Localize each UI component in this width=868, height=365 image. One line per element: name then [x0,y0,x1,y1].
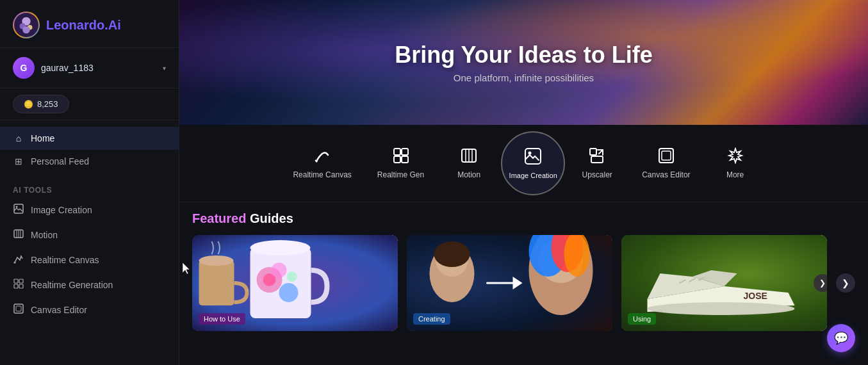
tab-upscaler[interactable]: Upscaler [565,142,629,184]
svg-text:JOSE: JOSE [744,291,767,301]
image-creation-icon [13,204,24,216]
guide-card-1-tag: How to Use [199,313,245,325]
image-creation-label: Image Creation [31,205,92,215]
guide-card-2[interactable]: Creating [407,235,612,331]
image-creation-tab-label: Image Creation [509,172,557,179]
svg-point-39 [279,283,299,302]
svg-rect-15 [19,284,23,288]
main-content: Bring Your Ideas to Life One platform, i… [179,0,868,365]
guide-card-3-tag: Using [628,313,656,325]
svg-rect-18 [394,149,400,155]
featured-section: Featured Guides [179,202,868,340]
user-initial: G [20,63,28,73]
home-label: Home [31,133,54,143]
svg-point-41 [287,272,297,282]
motion-tab-label: Motion [457,170,480,179]
home-icon: ⌂ [13,133,24,143]
realtime-canvas-tab-label: Realtime Canvas [293,170,351,179]
svg-rect-33 [199,261,234,305]
realtime-gen-icon [13,279,24,291]
canvas-editor-tab-label: Canvas Editor [642,170,690,179]
tokens-value: 8,253 [37,99,58,109]
svg-rect-19 [402,149,408,155]
sidebar-item-realtime-generation[interactable]: Realtime Generation [0,272,179,297]
svg-point-52 [648,302,795,315]
username-label: gaurav_1183 [41,63,156,73]
realtime-gen-tab-icon [393,147,409,168]
svg-rect-28 [590,149,596,155]
canvas-editor-label: Canvas Editor [31,305,87,315]
more-tab-icon [727,147,744,168]
svg-point-36 [250,240,311,256]
upscaler-tab-label: Upscaler [582,170,612,179]
sidebar-item-image-creation[interactable]: Image Creation [0,197,179,222]
svg-point-34 [199,256,234,266]
user-avatar: G [13,57,35,79]
svg-rect-17 [16,306,21,311]
guides-grid: How to Use [192,235,855,331]
svg-rect-5 [14,204,23,213]
realtime-canvas-icon [13,254,24,266]
support-button[interactable]: 💬 [827,324,855,352]
svg-rect-14 [14,284,18,288]
tab-canvas-editor[interactable]: Canvas Editor [629,142,703,184]
tokens-area: 🪙 8,253 [0,88,179,120]
svg-rect-16 [14,304,23,313]
personal-feed-icon: ⊞ [13,156,24,166]
tab-motion[interactable]: Motion [437,142,501,184]
svg-rect-20 [394,156,400,163]
svg-point-45 [434,241,470,267]
sidebar-item-canvas-editor[interactable]: Canvas Editor [0,297,179,322]
motion-label: Motion [31,230,58,240]
hero-banner: Bring Your Ideas to Life One platform, i… [179,0,868,125]
svg-point-6 [16,206,18,208]
upscaler-tab-icon [589,147,605,168]
motion-icon [13,229,24,241]
tab-more[interactable]: More [703,142,767,184]
sidebar-item-personal-feed[interactable]: ⊞ Personal Feed [0,150,179,173]
sidebar-item-home[interactable]: ⌂ Home [0,127,179,150]
logo-suffix: .Ai [104,18,121,32]
tokens-badge[interactable]: 🪙 8,253 [13,95,69,113]
sidebar-item-motion[interactable]: Motion [0,222,179,247]
logo-text: Leonardo.Ai [46,18,121,33]
ai-tools-heading: AI Tools [0,179,179,197]
guides-next-arrow[interactable]: ❯ [836,235,855,331]
more-tab-label: More [726,170,744,179]
featured-title-pink: Featured [192,211,246,225]
personal-feed-label: Personal Feed [31,156,89,166]
logo-area: Leonardo.Ai [0,0,179,48]
svg-rect-13 [19,279,23,283]
guide-card-1[interactable]: How to Use [192,235,398,331]
motion-tab-icon [461,147,477,168]
hero-title: Bring Your Ideas to Life [395,42,653,69]
tab-realtime-gen[interactable]: Realtime Gen [364,142,437,184]
realtime-canvas-label: Realtime Canvas [31,255,99,265]
svg-rect-12 [14,279,18,283]
logo-name: Leonardo [46,18,104,32]
user-area[interactable]: G gaurav_1183 ▾ [0,48,179,88]
nav-section: ⌂ Home ⊞ Personal Feed [0,120,179,179]
image-creation-tab-icon [524,147,542,169]
guide-card-2-tag: Creating [413,313,450,325]
canvas-editor-icon [13,304,24,316]
sidebar: Leonardo.Ai G gaurav_1183 ▾ 🪙 8,253 ⌂ Ho… [0,0,179,365]
tab-image-creation[interactable]: Image Creation [501,131,565,195]
sidebar-item-realtime-canvas[interactable]: Realtime Canvas [0,247,179,272]
tab-realtime-canvas[interactable]: Realtime Canvas [280,142,364,184]
ai-tools-nav: Image Creation Motion Realtime Canvas Re… [0,197,179,322]
realtime-canvas-tab-icon [314,147,331,168]
svg-rect-29 [591,156,603,163]
featured-title: Featured Guides [192,211,855,226]
realtime-gen-tab-label: Realtime Gen [377,170,424,179]
svg-rect-21 [402,156,408,163]
tool-tabs: Realtime Canvas Realtime Gen Motion Imag… [179,125,868,202]
canvas-editor-tab-icon [658,147,675,168]
guide-card-3[interactable]: JOSE Using [621,235,827,331]
svg-point-4 [22,26,29,33]
featured-title-rest: Guides [246,211,293,225]
realtime-gen-label: Realtime Generation [31,280,113,290]
logo-avatar [13,12,40,38]
svg-rect-31 [662,151,671,160]
chevron-down-icon[interactable]: ▾ [163,65,166,72]
